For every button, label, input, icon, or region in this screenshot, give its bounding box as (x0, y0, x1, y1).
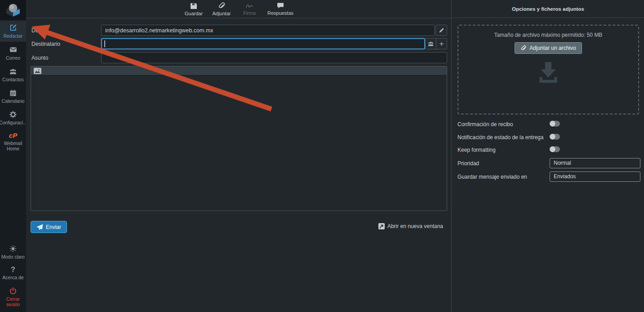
send-button[interactable]: Enviar (31, 221, 67, 233)
sidebar-item-webmail-home[interactable]: cP Webmail Home (0, 129, 26, 154)
signature-button[interactable]: Firma (240, 3, 259, 16)
sun-icon (9, 245, 17, 252)
open-new-window-label: Abrir en nueva ventana (387, 223, 443, 229)
power-icon (9, 287, 17, 294)
priority-select[interactable]: Normal (550, 158, 640, 168)
compose-toolbar: Guardar Adjuntar Firma Respuestas (26, 0, 451, 18)
responses-icon (277, 2, 284, 9)
dsn-toggle[interactable] (550, 134, 560, 140)
keep-formatting-toggle[interactable] (550, 146, 560, 152)
attachment-dropzone[interactable]: Tamaño de archivo máximo permitido: 50 M… (457, 25, 639, 114)
sidebar-item-contactos[interactable]: Contactos (0, 65, 26, 85)
toggle-label-receipt: Confirmación de recibo (457, 121, 513, 127)
responses-button[interactable]: Respuestas (267, 2, 293, 16)
add-recipient-button[interactable]: + (436, 38, 447, 49)
toggle-knob (550, 146, 555, 152)
pencil-icon (439, 27, 444, 33)
sidebar-spacer (0, 154, 26, 241)
sidebar-item-label: Acerca de (2, 275, 23, 280)
sidebar-item-modo-claro[interactable]: Modo claro (0, 242, 26, 263)
sidebar-item-label: Webmail Home (0, 141, 26, 151)
priority-label: Prioridad (457, 160, 479, 167)
sidebar-item-label: Calendario (2, 98, 25, 104)
paperclip-icon (520, 45, 526, 51)
open-new-window-link[interactable]: Abrir en nueva ventana (378, 223, 443, 229)
webmail-compose-screen: Redactar Correo Contactos Calendari (0, 0, 644, 312)
external-link-icon (378, 223, 385, 229)
toggle-label-keep-formatting: Keep formatting (457, 147, 496, 153)
sidebar-item-label: Redactar (4, 33, 23, 39)
options-panel: Opciones y ficheros adjuntos Tamaño de a… (452, 0, 644, 312)
toolbar-button-label: Adjuntar (212, 11, 231, 16)
sidebar-item-redactar[interactable]: Redactar (0, 21, 26, 42)
toolbar-button-label: Respuestas (267, 10, 293, 16)
compose-main: Guardar Adjuntar Firma Respuestas (26, 0, 452, 312)
cpanel-icon: cP (9, 132, 17, 139)
sidebar-item-label: Configuraci... (0, 120, 27, 125)
toggle-knob (550, 121, 555, 127)
save-sent-label: Guardar mensaje enviado en (457, 174, 527, 180)
attach-file-label: Adjuntar un archivo (529, 45, 576, 51)
paperclip-icon (218, 2, 225, 9)
sidebar-item-label: Contactos (2, 77, 23, 82)
priority-value: Normal (554, 160, 571, 166)
addressbook-button[interactable] (425, 38, 436, 49)
sidebar-item-label: Cerrar sesión (0, 296, 26, 307)
subject-input[interactable] (101, 52, 447, 63)
save-button[interactable]: Guardar (184, 2, 204, 16)
contacts-icon (9, 68, 17, 75)
gear-icon (9, 111, 17, 118)
from-label: De (31, 27, 38, 34)
toggle-label-dsn: Notificación de estado de la entrega (457, 134, 543, 141)
toolbar-button-label: Firma (243, 10, 256, 16)
sidebar: Redactar Correo Contactos Calendari (0, 0, 26, 312)
receipt-toggle[interactable] (550, 121, 560, 127)
download-arrow-icon (458, 61, 638, 87)
sidebar-item-calendario[interactable]: Calendario (0, 86, 26, 107)
insert-image-button[interactable] (34, 68, 41, 74)
paper-plane-icon (36, 224, 43, 230)
toolbar-button-label: Guardar (185, 11, 203, 16)
sidebar-item-acerca-de[interactable]: ? Acerca de (0, 264, 26, 283)
editor-toolbar (31, 66, 447, 75)
sidebar-item-correo[interactable]: Correo (0, 43, 26, 64)
to-input[interactable] (101, 38, 425, 49)
save-sent-value: Enviados (554, 173, 576, 180)
subject-label: Asunto (31, 55, 48, 61)
from-input[interactable] (101, 25, 435, 36)
question-icon: ? (11, 267, 15, 273)
attach-button[interactable]: Adjuntar (212, 2, 231, 16)
message-body-editor[interactable] (31, 66, 447, 211)
plus-icon: + (440, 40, 444, 48)
logo-icon (5, 3, 21, 17)
send-button-label: Enviar (46, 224, 61, 230)
max-size-text: Tamaño de archivo máximo permitido: 50 M… (458, 32, 638, 38)
mail-icon (9, 46, 17, 53)
save-sent-select[interactable]: Enviados (550, 171, 640, 182)
sidebar-item-label: Modo claro (1, 254, 25, 259)
contacts-icon (427, 41, 434, 47)
options-panel-title: Opciones y ficheros adjuntos (452, 0, 644, 18)
calendar-icon (9, 89, 17, 97)
attach-file-button[interactable]: Adjuntar un archivo (515, 42, 582, 54)
text-caret (104, 40, 105, 47)
compose-icon (9, 24, 17, 31)
sidebar-item-label: Correo (6, 55, 20, 61)
signature-icon (245, 3, 253, 9)
sidebar-item-configuracion[interactable]: Configuraci... (0, 108, 26, 128)
sidebar-item-cerrar-sesion[interactable]: Cerrar sesión (0, 284, 26, 310)
image-icon (35, 69, 40, 73)
to-label: Destinatario (31, 41, 60, 47)
save-icon (190, 2, 197, 9)
toggle-knob (550, 134, 555, 140)
app-logo[interactable] (0, 0, 26, 20)
edit-from-button[interactable] (435, 25, 447, 36)
